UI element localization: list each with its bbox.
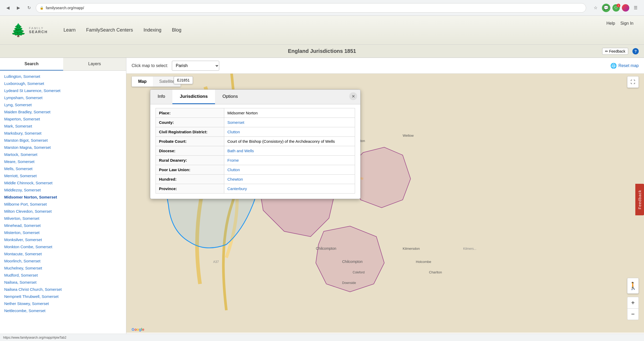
province-link[interactable]: Canterbury	[227, 186, 247, 191]
list-item[interactable]: Milborne Port, Somerset	[4, 201, 122, 208]
reset-map-label: Reset map	[618, 63, 639, 68]
reload-button[interactable]: ↻	[25, 4, 33, 12]
list-item[interactable]: Muchelney, Somerset	[4, 264, 122, 272]
table-row: Place: Midsomer Norton	[156, 108, 355, 118]
list-item[interactable]: Lympsham, Somerset	[4, 94, 122, 101]
list-item[interactable]: Moorlinch, Somerset	[4, 257, 122, 264]
table-label: Place:	[156, 108, 224, 118]
list-item[interactable]: Middle Chinnock, Somerset	[4, 179, 122, 186]
jurisdictions-table: Place: Midsomer Norton County: Somerset …	[156, 108, 355, 194]
table-value[interactable]: Somerset	[224, 118, 355, 127]
feedback-button[interactable]: ✏ Feedback	[602, 48, 628, 55]
browser-chrome: ◀ ▶ ↻ 🔒 familysearch.org/mapp/ ☆ 💬 🛡 2 ☰	[0, 0, 644, 16]
hundred-link[interactable]: Chewton	[227, 177, 243, 181]
chat-icon-btn[interactable]: 💬	[602, 4, 610, 12]
map-type-tab-map[interactable]: Map	[132, 77, 153, 86]
list-item[interactable]: Lullington, Somerset	[4, 73, 122, 80]
table-value[interactable]: Frome	[224, 156, 355, 165]
address-bar[interactable]: 🔒 familysearch.org/mapp/	[36, 3, 586, 13]
app-header: 🌲 FAMILY SEARCH Learn FamilySearch Cente…	[0, 16, 644, 45]
list-item[interactable]: Mudford, Somerset	[4, 272, 122, 279]
help-link[interactable]: Help	[606, 21, 615, 26]
rural-deanery-link[interactable]: Frome	[227, 158, 239, 162]
list-item[interactable]: Marston Magna, Somerset	[4, 144, 122, 151]
table-value[interactable]: Clutton	[224, 165, 355, 175]
feedback-side-tab[interactable]: Feedback	[635, 184, 644, 215]
table-value[interactable]: Canterbury	[224, 184, 355, 194]
header-right: Help Sign In	[606, 21, 633, 26]
list-item[interactable]: Marksbury, Somerset	[4, 130, 122, 137]
page-title: England Jurisdictions 1851	[288, 48, 356, 54]
list-item[interactable]: Milton Clevedon, Somerset	[4, 208, 122, 215]
table-value[interactable]: Clutton	[224, 127, 355, 137]
list-item[interactable]: Minehead, Somerset	[4, 222, 122, 229]
help-circle-icon[interactable]: ?	[632, 48, 639, 54]
svg-text:Kilmersdon: Kilmersdon	[403, 247, 420, 251]
list-item[interactable]: Mells, Somerset	[4, 165, 122, 172]
list-item[interactable]: Milverton, Somerset	[4, 215, 122, 222]
svg-text:Downside: Downside	[342, 281, 356, 285]
table-value[interactable]: Chewton	[224, 175, 355, 184]
county-link[interactable]: Somerset	[227, 120, 244, 125]
notification-badge[interactable]: 🛡 2	[612, 4, 620, 12]
zoom-in-button[interactable]: +	[627, 297, 639, 308]
popup-body: Place: Midsomer Norton County: Somerset …	[150, 104, 360, 199]
list-item[interactable]: Marston Bigot, Somerset	[4, 137, 122, 144]
parish-select[interactable]: Parish County District Province	[172, 61, 219, 71]
app-nav: Learn FamilySearch Centers Indexing Blog	[63, 27, 181, 33]
list-item[interactable]: Nailsea, Somerset	[4, 279, 122, 286]
list-item[interactable]: Maperton, Somerset	[4, 115, 122, 123]
nav-blog[interactable]: Blog	[172, 27, 181, 33]
list-item[interactable]: Nempnett Thrubwell, Somerset	[4, 293, 122, 300]
nav-indexing[interactable]: Indexing	[143, 27, 161, 33]
svg-text:Coleford: Coleford	[353, 271, 365, 274]
svg-text:Holcombe: Holcombe	[416, 260, 431, 264]
list-item[interactable]: Montacute, Somerset	[4, 250, 122, 257]
list-item[interactable]: Lyng, Somerset	[4, 101, 122, 108]
list-item[interactable]: Nether Stowey, Somerset	[4, 300, 122, 307]
reset-map-button[interactable]: 🌐 Reset map	[610, 63, 639, 69]
nav-centers[interactable]: FamilySearch Centers	[86, 27, 133, 33]
back-button[interactable]: ◀	[4, 4, 12, 12]
page-title-bar: England Jurisdictions 1851 ✏ Feedback ?	[0, 45, 644, 58]
list-item[interactable]: Monkton Combe, Somerset	[4, 243, 122, 250]
menu-button[interactable]: ☰	[631, 4, 640, 12]
sidebar-tab-search[interactable]: Search	[0, 58, 63, 70]
popup-header: Info Jurisdictions Options ✕	[150, 90, 360, 104]
table-value[interactable]: Bath and Wells	[224, 146, 355, 156]
zoom-out-button[interactable]: −	[627, 308, 639, 320]
diocese-link[interactable]: Bath and Wells	[227, 149, 254, 153]
list-item[interactable]: Martock, Somerset	[4, 151, 122, 158]
bookmark-button[interactable]: ☆	[591, 4, 600, 12]
popup-tab-jurisdictions[interactable]: Jurisdictions	[172, 90, 215, 104]
sidebar-tab-layers[interactable]: Layers	[63, 58, 126, 70]
forward-button[interactable]: ▶	[15, 4, 22, 12]
popup-close-button[interactable]: ✕	[349, 92, 357, 100]
list-item[interactable]: Nailsea Christ Church, Somerset	[4, 286, 122, 293]
list-item[interactable]: Lydeard St Lawrence, Somerset	[4, 87, 122, 94]
map-area[interactable]: Click map to select: Parish County Distr…	[126, 58, 644, 341]
list-item[interactable]: Merriott, Somerset	[4, 172, 122, 179]
ej1851-badge: EJ1851	[174, 76, 193, 84]
list-item[interactable]: Luxborough, Somerset	[4, 80, 122, 87]
poor-law-link[interactable]: Clutton	[227, 167, 240, 172]
table-label: Probate Court:	[156, 137, 224, 146]
fullscreen-button[interactable]: ⛶	[627, 76, 639, 88]
street-view-button[interactable]: 🚶	[627, 278, 639, 294]
list-item[interactable]: Monksilver, Somerset	[4, 236, 122, 243]
civil-reg-link[interactable]: Clutton	[227, 130, 240, 134]
user-avatar[interactable]	[622, 4, 629, 12]
nav-learn[interactable]: Learn	[63, 27, 76, 33]
table-row: Poor Law Union: Clutton	[156, 165, 355, 175]
list-item[interactable]: Maiden Bradley, Somerset	[4, 108, 122, 115]
list-item[interactable]: Misterton, Somerset	[4, 229, 122, 236]
popup-tab-info[interactable]: Info	[150, 90, 172, 104]
list-item[interactable]: Middlezoy, Somerset	[4, 186, 122, 194]
list-item[interactable]: Mark, Somerset	[4, 123, 122, 130]
popup-tab-options[interactable]: Options	[215, 90, 245, 104]
list-item[interactable]: Midsomer Norton, Somerset	[4, 194, 122, 201]
table-label: Diocese:	[156, 146, 224, 156]
list-item[interactable]: Meare, Somerset	[4, 158, 122, 165]
list-item[interactable]: Nettlecombe, Somerset	[4, 307, 122, 314]
sign-in-link[interactable]: Sign In	[620, 21, 633, 26]
